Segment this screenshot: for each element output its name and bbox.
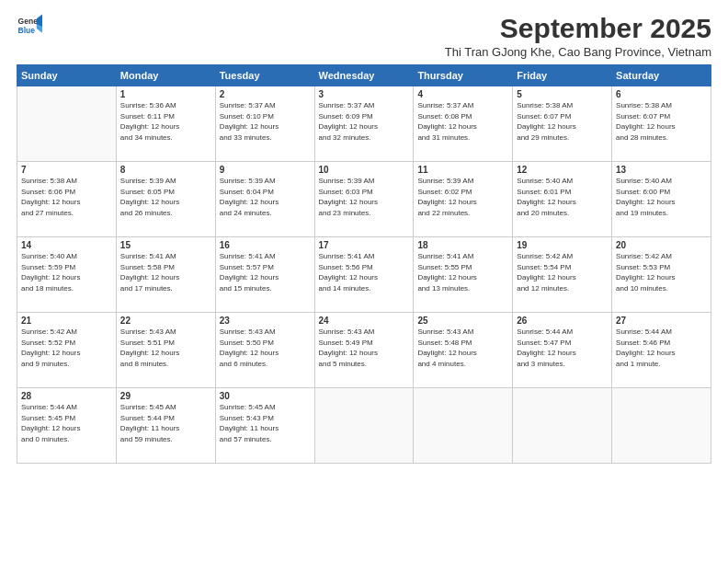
day-number: 9 xyxy=(220,165,311,175)
calendar-cell: 12Sunrise: 5:40 AM Sunset: 6:01 PM Dayli… xyxy=(513,162,612,237)
calendar-cell: 28Sunrise: 5:44 AM Sunset: 5:45 PM Dayli… xyxy=(17,388,117,464)
cell-info: Sunrise: 5:44 AM Sunset: 5:47 PM Dayligh… xyxy=(517,327,608,369)
calendar-cell xyxy=(612,388,711,464)
cell-info: Sunrise: 5:41 AM Sunset: 5:56 PM Dayligh… xyxy=(319,251,410,293)
calendar-cell: 20Sunrise: 5:42 AM Sunset: 5:53 PM Dayli… xyxy=(612,237,711,313)
cell-info: Sunrise: 5:39 AM Sunset: 6:03 PM Dayligh… xyxy=(319,176,410,218)
calendar-cell xyxy=(414,388,513,464)
cell-info: Sunrise: 5:42 AM Sunset: 5:53 PM Dayligh… xyxy=(616,251,707,293)
day-number: 13 xyxy=(616,165,707,175)
day-number: 29 xyxy=(120,391,211,401)
calendar-cell: 17Sunrise: 5:41 AM Sunset: 5:56 PM Dayli… xyxy=(314,237,414,313)
day-header-friday: Friday xyxy=(513,65,612,86)
logo: General Blue xyxy=(17,13,42,39)
calendar-cell: 24Sunrise: 5:43 AM Sunset: 5:49 PM Dayli… xyxy=(314,313,414,388)
header-row: SundayMondayTuesdayWednesdayThursdayFrid… xyxy=(17,65,711,86)
day-number: 5 xyxy=(517,89,608,99)
page: General Blue September 2025 Thi Tran GJo… xyxy=(0,0,728,563)
calendar-cell: 6Sunrise: 5:38 AM Sunset: 6:07 PM Daylig… xyxy=(612,86,711,162)
calendar-cell: 14Sunrise: 5:40 AM Sunset: 5:59 PM Dayli… xyxy=(17,237,117,313)
day-number: 12 xyxy=(517,165,608,175)
day-number: 14 xyxy=(21,240,112,250)
week-row-2: 7Sunrise: 5:38 AM Sunset: 6:06 PM Daylig… xyxy=(17,162,711,237)
cell-info: Sunrise: 5:38 AM Sunset: 6:06 PM Dayligh… xyxy=(21,176,112,218)
cell-info: Sunrise: 5:41 AM Sunset: 5:57 PM Dayligh… xyxy=(220,251,311,293)
calendar-cell xyxy=(513,388,612,464)
day-number: 16 xyxy=(220,240,311,250)
day-header-monday: Monday xyxy=(116,65,215,86)
day-number: 17 xyxy=(319,240,410,250)
day-header-wednesday: Wednesday xyxy=(314,65,414,86)
month-title: September 2025 xyxy=(445,13,711,43)
day-number: 20 xyxy=(616,240,707,250)
week-row-3: 14Sunrise: 5:40 AM Sunset: 5:59 PM Dayli… xyxy=(17,237,711,313)
cell-info: Sunrise: 5:43 AM Sunset: 5:51 PM Dayligh… xyxy=(120,327,211,369)
day-number: 19 xyxy=(517,240,608,250)
week-row-1: 1Sunrise: 5:36 AM Sunset: 6:11 PM Daylig… xyxy=(17,86,711,162)
subtitle: Thi Tran GJong Khe, Cao Bang Province, V… xyxy=(445,45,711,59)
cell-info: Sunrise: 5:43 AM Sunset: 5:49 PM Dayligh… xyxy=(319,327,410,369)
cell-info: Sunrise: 5:36 AM Sunset: 6:11 PM Dayligh… xyxy=(120,100,211,143)
day-number: 8 xyxy=(120,165,211,175)
calendar: SundayMondayTuesdayWednesdayThursdayFrid… xyxy=(17,64,711,464)
cell-info: Sunrise: 5:43 AM Sunset: 5:48 PM Dayligh… xyxy=(417,327,508,369)
day-number: 28 xyxy=(21,391,112,401)
day-header-saturday: Saturday xyxy=(612,65,711,86)
calendar-cell: 18Sunrise: 5:41 AM Sunset: 5:55 PM Dayli… xyxy=(414,237,513,313)
cell-info: Sunrise: 5:37 AM Sunset: 6:09 PM Dayligh… xyxy=(319,100,410,143)
day-number: 21 xyxy=(21,316,112,326)
calendar-cell: 3Sunrise: 5:37 AM Sunset: 6:09 PM Daylig… xyxy=(314,86,414,162)
day-header-thursday: Thursday xyxy=(414,65,513,86)
cell-info: Sunrise: 5:37 AM Sunset: 6:08 PM Dayligh… xyxy=(417,100,508,143)
cell-info: Sunrise: 5:41 AM Sunset: 5:58 PM Dayligh… xyxy=(120,251,211,293)
svg-text:Blue: Blue xyxy=(18,26,36,35)
cell-info: Sunrise: 5:42 AM Sunset: 5:54 PM Dayligh… xyxy=(517,251,608,293)
calendar-cell: 29Sunrise: 5:45 AM Sunset: 5:44 PM Dayli… xyxy=(116,388,215,464)
calendar-cell xyxy=(314,388,414,464)
cell-info: Sunrise: 5:39 AM Sunset: 6:04 PM Dayligh… xyxy=(220,176,311,218)
calendar-cell: 8Sunrise: 5:39 AM Sunset: 6:05 PM Daylig… xyxy=(116,162,215,237)
calendar-cell: 2Sunrise: 5:37 AM Sunset: 6:10 PM Daylig… xyxy=(215,86,314,162)
day-number: 4 xyxy=(417,89,508,99)
header: General Blue September 2025 Thi Tran GJo… xyxy=(17,13,711,59)
day-number: 10 xyxy=(319,165,410,175)
day-number: 25 xyxy=(417,316,508,326)
cell-info: Sunrise: 5:40 AM Sunset: 5:59 PM Dayligh… xyxy=(21,251,112,293)
calendar-cell: 27Sunrise: 5:44 AM Sunset: 5:46 PM Dayli… xyxy=(612,313,711,388)
cell-info: Sunrise: 5:40 AM Sunset: 6:01 PM Dayligh… xyxy=(517,176,608,218)
day-number: 1 xyxy=(120,89,211,99)
calendar-cell: 25Sunrise: 5:43 AM Sunset: 5:48 PM Dayli… xyxy=(414,313,513,388)
day-number: 24 xyxy=(319,316,410,326)
calendar-cell: 30Sunrise: 5:45 AM Sunset: 5:43 PM Dayli… xyxy=(215,388,314,464)
logo-icon: General Blue xyxy=(17,13,42,39)
calendar-cell: 23Sunrise: 5:43 AM Sunset: 5:50 PM Dayli… xyxy=(215,313,314,388)
calendar-cell: 15Sunrise: 5:41 AM Sunset: 5:58 PM Dayli… xyxy=(116,237,215,313)
calendar-cell: 10Sunrise: 5:39 AM Sunset: 6:03 PM Dayli… xyxy=(314,162,414,237)
day-header-tuesday: Tuesday xyxy=(215,65,314,86)
calendar-cell: 11Sunrise: 5:39 AM Sunset: 6:02 PM Dayli… xyxy=(414,162,513,237)
calendar-cell: 9Sunrise: 5:39 AM Sunset: 6:04 PM Daylig… xyxy=(215,162,314,237)
cell-info: Sunrise: 5:44 AM Sunset: 5:45 PM Dayligh… xyxy=(21,402,112,444)
calendar-cell: 16Sunrise: 5:41 AM Sunset: 5:57 PM Dayli… xyxy=(215,237,314,313)
day-header-sunday: Sunday xyxy=(17,65,117,86)
day-number: 18 xyxy=(417,240,508,250)
week-row-5: 28Sunrise: 5:44 AM Sunset: 5:45 PM Dayli… xyxy=(17,388,711,464)
calendar-cell: 19Sunrise: 5:42 AM Sunset: 5:54 PM Dayli… xyxy=(513,237,612,313)
calendar-cell: 5Sunrise: 5:38 AM Sunset: 6:07 PM Daylig… xyxy=(513,86,612,162)
cell-info: Sunrise: 5:38 AM Sunset: 6:07 PM Dayligh… xyxy=(517,100,608,143)
calendar-cell xyxy=(17,86,117,162)
cell-info: Sunrise: 5:38 AM Sunset: 6:07 PM Dayligh… xyxy=(616,100,707,143)
cell-info: Sunrise: 5:44 AM Sunset: 5:46 PM Dayligh… xyxy=(616,327,707,369)
calendar-cell: 7Sunrise: 5:38 AM Sunset: 6:06 PM Daylig… xyxy=(17,162,117,237)
cell-info: Sunrise: 5:45 AM Sunset: 5:43 PM Dayligh… xyxy=(220,402,311,444)
cell-info: Sunrise: 5:39 AM Sunset: 6:02 PM Dayligh… xyxy=(417,176,508,218)
day-number: 7 xyxy=(21,165,112,175)
day-number: 2 xyxy=(220,89,311,99)
day-number: 3 xyxy=(319,89,410,99)
cell-info: Sunrise: 5:42 AM Sunset: 5:52 PM Dayligh… xyxy=(21,327,112,369)
week-row-4: 21Sunrise: 5:42 AM Sunset: 5:52 PM Dayli… xyxy=(17,313,711,388)
calendar-cell: 1Sunrise: 5:36 AM Sunset: 6:11 PM Daylig… xyxy=(116,86,215,162)
calendar-cell: 13Sunrise: 5:40 AM Sunset: 6:00 PM Dayli… xyxy=(612,162,711,237)
title-block: September 2025 Thi Tran GJong Khe, Cao B… xyxy=(445,13,711,59)
day-number: 30 xyxy=(220,391,311,401)
